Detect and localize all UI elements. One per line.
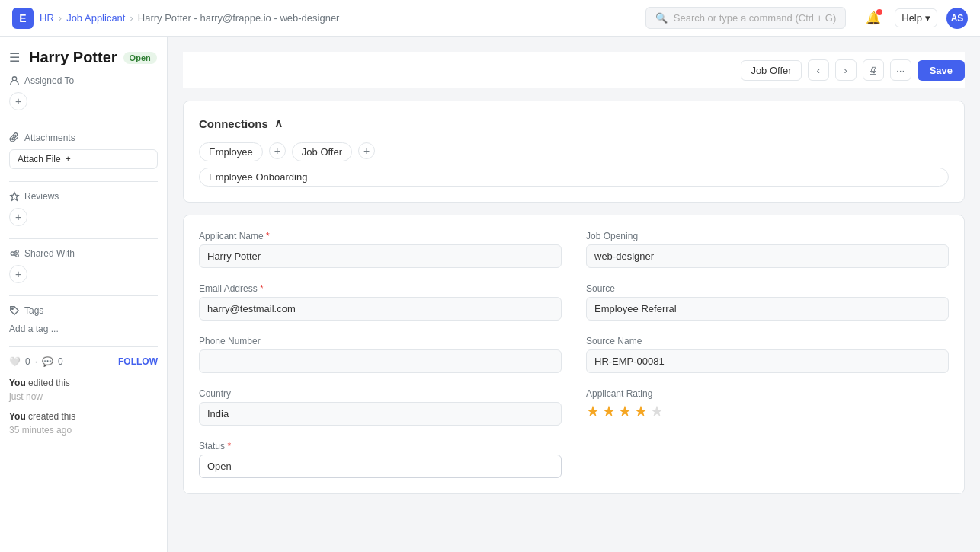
likes-count: 0: [25, 356, 30, 367]
svg-point-5: [12, 308, 14, 310]
source-input[interactable]: [586, 297, 949, 321]
shared-icon: [9, 248, 20, 259]
person-icon: [9, 75, 20, 86]
phone-number-group: Phone Number: [199, 336, 562, 373]
email-address-label: Email Address *: [199, 283, 562, 294]
job-offer-button[interactable]: Job Offer: [741, 60, 801, 81]
tags-title: Tags: [9, 305, 158, 316]
divider-1: [9, 123, 158, 123]
connections-header[interactable]: Connections ∧: [199, 116, 949, 130]
attachments-section: Attachments Attach File +: [9, 132, 158, 169]
breadcrumb-hr[interactable]: HR: [40, 12, 54, 24]
print-button[interactable]: 🖨: [863, 59, 884, 81]
applicant-name-input[interactable]: [199, 244, 562, 268]
svg-point-2: [11, 252, 14, 255]
next-button[interactable]: ›: [835, 59, 857, 81]
country-label: Country: [199, 388, 562, 399]
applicant-rating-label: Applicant Rating: [586, 388, 949, 399]
svg-marker-1: [11, 193, 19, 201]
dot-sep: ·: [35, 356, 37, 367]
connections-card: Connections ∧ Employee + Job Offer + Emp…: [183, 101, 965, 203]
job-opening-label: Job Opening: [586, 231, 949, 241]
phone-number-label: Phone Number: [199, 336, 562, 346]
star-4[interactable]: ★: [634, 402, 648, 420]
connection-job-offer[interactable]: Job Offer: [292, 142, 352, 161]
activity-row: 🤍 0 · 💬 0 FOLLOW: [9, 356, 158, 367]
required-star-status: *: [227, 441, 231, 451]
form-card: Applicant Name * Job Opening Email Addre…: [183, 215, 965, 494]
search-icon: 🔍: [655, 12, 668, 24]
reviews-title: Reviews: [9, 191, 158, 202]
heart-icon: 🤍: [9, 356, 21, 367]
search-bar[interactable]: 🔍 Search or type a command (Ctrl + G): [645, 7, 847, 29]
star-5[interactable]: ★: [650, 402, 664, 420]
doc-toolbar: Job Offer ‹ › 🖨 ··· Save: [183, 52, 965, 88]
job-opening-input[interactable]: [586, 244, 949, 268]
star-1[interactable]: ★: [586, 402, 600, 420]
add-tag-input[interactable]: Add a tag ...: [9, 324, 59, 334]
divider-3: [9, 238, 158, 239]
status-group: Status * Open Closed Replied: [199, 441, 562, 478]
navbar-right: 🔔 Help ▾ AS: [861, 6, 968, 30]
job-opening-group: Job Opening: [586, 231, 949, 268]
add-shared-with-button[interactable]: +: [9, 265, 27, 283]
breadcrumb-job-applicant[interactable]: Job Applicant: [66, 12, 125, 24]
status-select[interactable]: Open Closed Replied: [199, 455, 562, 478]
sidebar-toggle[interactable]: ☰: [9, 50, 20, 65]
required-star-email: *: [260, 283, 264, 294]
country-group: Country: [199, 388, 562, 426]
add-employee-connection-button[interactable]: +: [269, 142, 286, 159]
more-actions-button[interactable]: ···: [890, 59, 911, 81]
help-chevron-icon: ▾: [925, 12, 930, 24]
svg-point-4: [16, 254, 19, 257]
add-review-button[interactable]: +: [9, 208, 27, 226]
phone-number-input[interactable]: [199, 349, 562, 373]
activity-item-0: You edited this just now: [9, 376, 158, 404]
country-input[interactable]: [199, 402, 562, 426]
source-label: Source: [586, 283, 949, 294]
required-star-name: *: [266, 231, 270, 241]
status-badge: Open: [123, 52, 157, 64]
breadcrumb-current: Harry Potter - harry@frappe.io - web-des…: [138, 12, 340, 24]
connection-employee-onboarding[interactable]: Employee Onboarding: [199, 168, 949, 187]
comment-icon: 💬: [42, 356, 53, 367]
source-name-label: Source Name: [586, 336, 949, 346]
add-job-offer-connection-button[interactable]: +: [358, 142, 375, 159]
prev-button[interactable]: ‹: [808, 59, 829, 81]
brand-logo[interactable]: E: [12, 8, 34, 29]
connection-employee-label: Employee: [209, 146, 253, 158]
shared-with-title: Shared With: [9, 248, 158, 259]
add-assigned-to-button[interactable]: +: [9, 92, 27, 110]
shared-with-section: Shared With +: [9, 248, 158, 283]
navbar: E HR › Job Applicant › Harry Potter - ha…: [0, 0, 980, 37]
star-3[interactable]: ★: [618, 402, 632, 420]
paperclip-icon: [9, 132, 20, 143]
status-label: Status *: [199, 441, 562, 451]
follow-button[interactable]: FOLLOW: [118, 356, 158, 367]
attach-file-button[interactable]: Attach File +: [9, 149, 158, 169]
attach-plus-icon: +: [66, 154, 71, 164]
applicant-rating-stars[interactable]: ★ ★ ★ ★ ★: [586, 402, 949, 420]
notification-bell[interactable]: 🔔: [861, 6, 886, 30]
email-address-group: Email Address *: [199, 283, 562, 321]
email-address-input[interactable]: [199, 297, 562, 321]
help-menu[interactable]: Help ▾: [895, 8, 937, 27]
help-label: Help: [902, 12, 922, 24]
sidebar: ☰ Harry Potter Open Assigned To + Attach…: [0, 37, 168, 552]
divider-5: [9, 346, 158, 347]
attach-file-label: Attach File: [18, 154, 61, 164]
source-name-input[interactable]: [586, 349, 949, 373]
connection-employee[interactable]: Employee: [199, 142, 263, 161]
star-icon: [9, 191, 20, 202]
source-group: Source: [586, 283, 949, 321]
divider-2: [9, 181, 158, 182]
breadcrumb-sep-1: ›: [59, 12, 62, 24]
connections-collapse-icon: ∧: [274, 116, 283, 130]
applicant-name-label: Applicant Name *: [199, 231, 562, 241]
app-layout: ☰ Harry Potter Open Assigned To + Attach…: [0, 37, 980, 552]
save-button[interactable]: Save: [918, 60, 965, 81]
assigned-to-title: Assigned To: [9, 75, 158, 86]
star-2[interactable]: ★: [602, 402, 616, 420]
notification-dot: [876, 9, 882, 15]
user-avatar[interactable]: AS: [946, 8, 968, 29]
